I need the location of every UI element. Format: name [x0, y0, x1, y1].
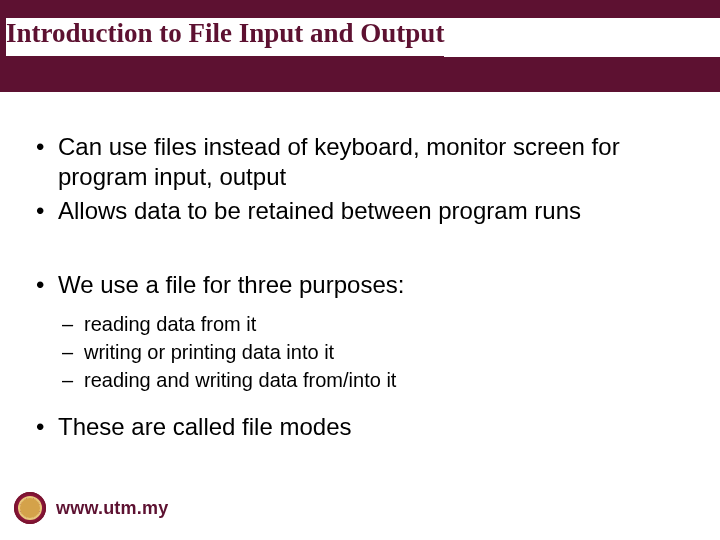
footer: www.utm.my: [14, 492, 168, 524]
sub-bullet-item: writing or printing data into it: [58, 338, 692, 366]
bullet-item: These are called file modes: [28, 412, 692, 442]
title-bar: Introduction to File Input and Output: [0, 0, 720, 92]
footer-url: www.utm.my: [56, 498, 168, 519]
content-area: Can use files instead of keyboard, monit…: [0, 92, 720, 442]
bullet-text: We use a file for three purposes:: [58, 271, 404, 298]
bullet-item: Can use files instead of keyboard, monit…: [28, 132, 692, 192]
bullet-item: We use a file for three purposes: readin…: [28, 270, 692, 394]
slide-title: Introduction to File Input and Output: [6, 18, 720, 57]
bullet-list: Can use files instead of keyboard, monit…: [28, 132, 692, 442]
sub-bullet-item: reading and writing data from/into it: [58, 366, 692, 394]
utm-logo-icon: [14, 492, 46, 524]
bullet-item: Allows data to be retained between progr…: [28, 196, 692, 226]
sub-bullet-list: reading data from it writing or printing…: [58, 310, 692, 394]
sub-bullet-item: reading data from it: [58, 310, 692, 338]
title-underline: [6, 56, 444, 58]
slide: Introduction to File Input and Output Ca…: [0, 0, 720, 540]
